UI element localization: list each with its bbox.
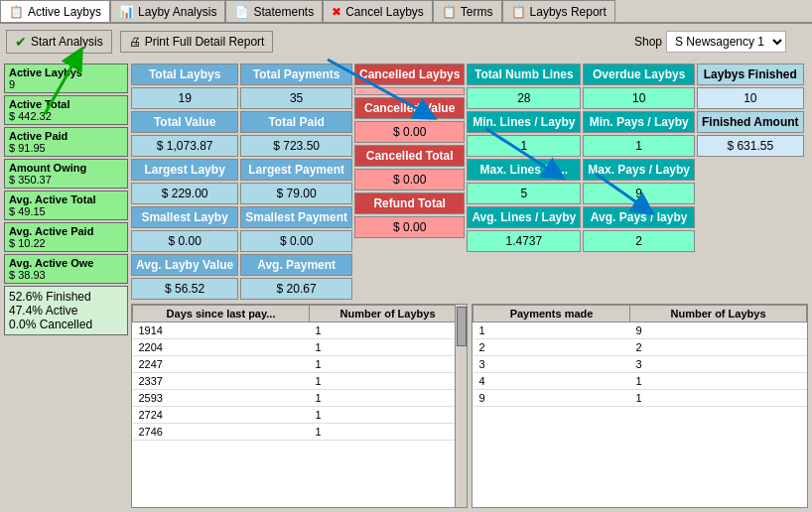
table1-cell-1: 1: [310, 373, 467, 390]
shop-select[interactable]: S Newsagency 1: [666, 31, 786, 53]
stat-active-paid-value: $ 91.95: [9, 142, 123, 154]
stat-active-total: Active Total $ 442.32: [4, 95, 128, 125]
table1-cell-1: 1: [310, 407, 467, 424]
table1-cell-1: 1: [310, 390, 467, 407]
table2-header-1: Number of Laybys: [630, 306, 807, 322]
stat-avg-active-owe-value: $ 38.93: [9, 269, 123, 281]
stat-active-total-value: $ 442.32: [9, 110, 123, 122]
tab-active-laybys[interactable]: 📋 Active Laybys: [0, 0, 110, 22]
col-group-2: Total Payments 35 Total Paid $ 723.50 La…: [240, 64, 352, 300]
col3-value-0: [354, 87, 465, 95]
table1-cell-1: 1: [310, 424, 467, 441]
stat-active-laybys: Active Laybys 9: [4, 64, 128, 93]
tab-layby-analysis[interactable]: 📊 Layby Analysis: [110, 0, 225, 22]
start-analysis-button[interactable]: ✔ Start Analysis: [6, 30, 112, 54]
table2-cell-0: 4: [474, 373, 630, 390]
tab-icon-report: 📋: [511, 5, 526, 19]
col5-header-2: Max. Pays / Layby: [583, 159, 695, 181]
table1-cell-0: 2746: [133, 424, 310, 441]
table1-cell-0: 1914: [133, 322, 310, 339]
tab-label-statements: Statements: [253, 5, 314, 19]
table2-cell-1: 2: [630, 339, 807, 356]
toolbar: ✔ Start Analysis 🖨 Print Full Detail Rep…: [0, 24, 812, 60]
col4-value-1: 1: [467, 135, 581, 157]
col2-value-4: $ 20.67: [240, 278, 352, 300]
col2-value-1: $ 723.50: [240, 135, 352, 157]
bottom-tables: Days since last pay... Number of Laybys …: [131, 304, 808, 508]
tab-label-laybys-report: Laybys Report: [530, 5, 607, 19]
table2-cell-0: 1: [474, 322, 630, 339]
stat-avg-active-owe-label: Avg. Active Owe: [9, 257, 123, 269]
col2-value-3: $ 0.00: [240, 230, 352, 252]
col1-header-3: Smallest Layby: [131, 206, 238, 228]
col5-header-3: Avg. Pays / layby: [583, 206, 695, 228]
col4-header-0: Total Numb Lines: [467, 64, 581, 85]
table-row: 41: [474, 373, 807, 390]
stat-avg-active-total-label: Avg. Active Total: [9, 193, 123, 205]
table1-header-1: Number of Laybys: [310, 306, 467, 322]
table2-cell-0: 2: [474, 339, 630, 356]
tab-cancel-laybys[interactable]: ✖ Cancel Laybys: [323, 0, 433, 22]
col-group-6: Laybys Finished 10 Finished Amount $ 631…: [697, 64, 804, 300]
col1-value-3: $ 0.00: [131, 230, 238, 252]
table1-header-0: Days since last pay...: [133, 306, 310, 322]
print-report-label: Print Full Detail Report: [145, 35, 265, 49]
col6-value-1: $ 631.55: [697, 135, 804, 157]
stat-active-laybys-value: 9: [9, 78, 123, 90]
col1-header-0: Total Laybys: [131, 64, 238, 85]
col4-header-3: Avg. Lines / Layby: [467, 206, 581, 228]
col1-header-2: Largest Layby: [131, 159, 238, 181]
tab-icon-layby-analysis: 📊: [119, 5, 134, 19]
col1-value-4: $ 56.52: [131, 278, 238, 300]
stat-amount-owing: Amount Owing $ 350.37: [4, 159, 128, 189]
stat-avg-active-paid-label: Avg. Active Paid: [9, 225, 123, 237]
table1-scrollbar[interactable]: [455, 305, 467, 507]
col6-header-1: Finished Amount: [697, 111, 804, 133]
tab-terms[interactable]: 📋 Terms: [433, 0, 502, 22]
stat-active-total-label: Active Total: [9, 98, 123, 110]
table-row: 23371: [133, 373, 467, 390]
table1-cell-1: 1: [310, 356, 467, 373]
table-row: 27241: [133, 407, 467, 424]
col5-header-1: Min. Pays / Layby: [583, 111, 695, 133]
col2-header-3: Smallest Payment: [240, 206, 352, 228]
table2-cell-0: 3: [474, 356, 630, 373]
tab-bar: 📋 Active Laybys 📊 Layby Analysis 📄 State…: [0, 0, 812, 24]
col2-header-0: Total Payments: [240, 64, 352, 85]
col5-value-1: 1: [583, 135, 695, 157]
table-row: 91: [474, 390, 807, 407]
tab-laybys-report[interactable]: 📋 Laybys Report: [502, 0, 615, 22]
col3-value-1: $ 0.00: [354, 121, 465, 143]
tab-statements[interactable]: 📄 Statements: [225, 0, 323, 22]
col3-value-2: $ 0.00: [354, 169, 465, 191]
stat-avg-active-total: Avg. Active Total $ 49.15: [4, 191, 128, 220]
table2-cell-1: 1: [630, 390, 807, 407]
stat-avg-active-paid: Avg. Active Paid $ 10.22: [4, 222, 128, 252]
table1-cell-0: 2593: [133, 390, 310, 407]
col6-header-0: Laybys Finished: [697, 64, 804, 85]
table1-cell-0: 2247: [133, 356, 310, 373]
table1-cell-1: 1: [310, 322, 467, 339]
table-row: 22: [474, 339, 807, 356]
tab-icon-terms: 📋: [442, 5, 457, 19]
table-row: 22471: [133, 356, 467, 373]
start-analysis-icon: ✔: [15, 34, 27, 50]
left-stats-column: Active Laybys 9 Active Total $ 442.32 Ac…: [4, 64, 128, 508]
table-row: 25931: [133, 390, 467, 407]
stat-avg-active-paid-value: $ 10.22: [9, 237, 123, 249]
table-row: 22041: [133, 339, 467, 356]
col3-header-0: Cancelled Laybys: [354, 64, 465, 85]
stat-active-paid-label: Active Paid: [9, 130, 123, 142]
payments-made-table: Payments made Number of Laybys 192233419…: [472, 304, 808, 508]
stat-amount-owing-value: $ 350.37: [9, 174, 123, 186]
tab-label-cancel-laybys: Cancel Laybys: [345, 5, 424, 19]
table2-cell-1: 1: [630, 373, 807, 390]
stat-active-laybys-label: Active Laybys: [9, 66, 123, 78]
col4-header-1: Min. Lines / Layby: [467, 111, 581, 133]
col-group-4: Total Numb Lines 28 Min. Lines / Layby 1…: [467, 64, 581, 300]
print-icon: 🖨: [129, 35, 141, 49]
col3-header-2: Cancelled Total: [354, 145, 465, 167]
col4-value-2: 5: [467, 183, 581, 204]
print-report-button[interactable]: 🖨 Print Full Detail Report: [120, 31, 274, 53]
table2-cell-0: 9: [474, 390, 630, 407]
